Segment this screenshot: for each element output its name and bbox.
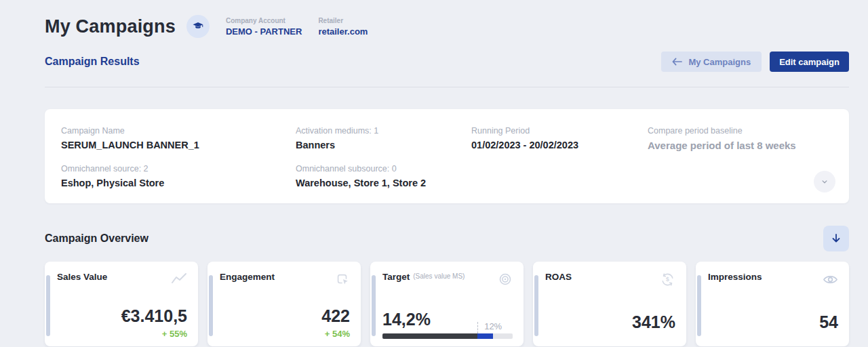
retailer-block: Retailer retailer.com xyxy=(318,17,368,37)
download-button[interactable] xyxy=(823,226,849,251)
page-header: My Campaigns Company Account DEMO - PART… xyxy=(45,15,849,38)
card-value: 422 xyxy=(220,308,350,325)
eye-icon xyxy=(823,272,838,287)
card-accent-strip xyxy=(697,275,701,336)
card-value: €3.410,5 xyxy=(57,308,187,325)
card-impressions: Impressions 54 xyxy=(696,262,849,346)
toolbar: Campaign Results My Campaigns Edit campa… xyxy=(45,52,849,72)
company-account-label: Company Account xyxy=(226,17,302,24)
target-progress-bar xyxy=(382,333,513,339)
header-divider xyxy=(45,87,849,87)
field-activation-mediums: Activation mediums: 1 Banners xyxy=(296,126,471,151)
chevron-down-icon xyxy=(820,177,829,186)
progress-over-target-segment xyxy=(477,333,493,339)
target-marker-label: 12% xyxy=(484,321,502,331)
card-value: 341% xyxy=(545,314,675,331)
card-delta: + 54% xyxy=(220,329,350,339)
card-accent-strip xyxy=(534,275,538,336)
card-sales-value: Sales Value €3.410,5 + 55% xyxy=(45,262,198,346)
edit-campaign-button[interactable]: Edit campaign xyxy=(770,52,849,72)
campaign-info-card: Campaign Name SERUM_LAUNCH BANNER_1 Acti… xyxy=(45,109,849,203)
card-value: 54 xyxy=(708,314,838,331)
card-title: Target xyxy=(382,272,410,282)
target-marker-line xyxy=(477,322,478,333)
page-title: My Campaigns xyxy=(45,16,176,37)
back-to-my-campaigns-button[interactable]: My Campaigns xyxy=(661,52,762,72)
toolbar-buttons: My Campaigns Edit campaign xyxy=(661,52,849,72)
company-account-value: DEMO - PARTNER xyxy=(226,26,302,37)
card-roas: ROAS $ 341% xyxy=(533,262,686,346)
card-title: Engagement xyxy=(220,272,275,282)
bullseye-icon xyxy=(498,272,513,287)
back-button-label: My Campaigns xyxy=(688,57,751,67)
overview-header: Campaign Overview xyxy=(45,226,849,251)
svg-text:$: $ xyxy=(666,276,669,283)
card-engagement: Engagement 422 + 54% xyxy=(208,262,361,346)
target-progress-area: 14,2% 12% xyxy=(382,307,513,339)
metric-cards-row: Sales Value €3.410,5 + 55% Engagement xyxy=(45,262,849,346)
retailer-label: Retailer xyxy=(318,17,368,24)
field-running-period: Running Period 01/02/2023 - 20/02/2023 xyxy=(471,126,648,151)
arrow-down-icon xyxy=(830,232,842,245)
company-account-block: Company Account DEMO - PARTNER xyxy=(226,17,302,37)
field-campaign-name: Campaign Name SERUM_LAUNCH BANNER_1 xyxy=(61,126,296,151)
campaign-results-page: My Campaigns Company Account DEMO - PART… xyxy=(0,0,868,346)
card-title: Sales Value xyxy=(57,272,107,282)
progress-actual-segment xyxy=(382,333,477,339)
card-accent-strip xyxy=(372,275,376,336)
click-icon xyxy=(335,272,350,287)
graduation-cap-icon xyxy=(186,15,210,38)
card-subtitle: (Sales value MS) xyxy=(413,272,465,280)
card-accent-strip xyxy=(46,275,50,336)
expand-details-button[interactable] xyxy=(814,171,835,192)
overview-title: Campaign Overview xyxy=(45,232,149,245)
card-target: Target (Sales value MS) 14,2% 12% xyxy=(370,262,524,346)
card-title: Impressions xyxy=(708,272,762,282)
section-title: Campaign Results xyxy=(45,56,140,68)
currency-refresh-icon: $ xyxy=(660,272,675,287)
field-omnichannel-source: Omnichannel source: 2 Eshop, Physical St… xyxy=(61,164,296,188)
field-compare-baseline: Compare period baseline Average period o… xyxy=(648,126,833,151)
retailer-value: retailer.com xyxy=(318,26,368,37)
arrow-left-icon xyxy=(672,58,682,66)
card-accent-strip xyxy=(209,275,213,336)
card-value: 14,2% xyxy=(382,311,431,328)
trend-line-icon xyxy=(171,272,187,287)
field-omnichannel-subsource: Omnichannel subsource: 0 Warehouse, Stor… xyxy=(296,164,471,188)
card-title: ROAS xyxy=(545,272,572,282)
card-delta: + 55% xyxy=(57,329,187,339)
